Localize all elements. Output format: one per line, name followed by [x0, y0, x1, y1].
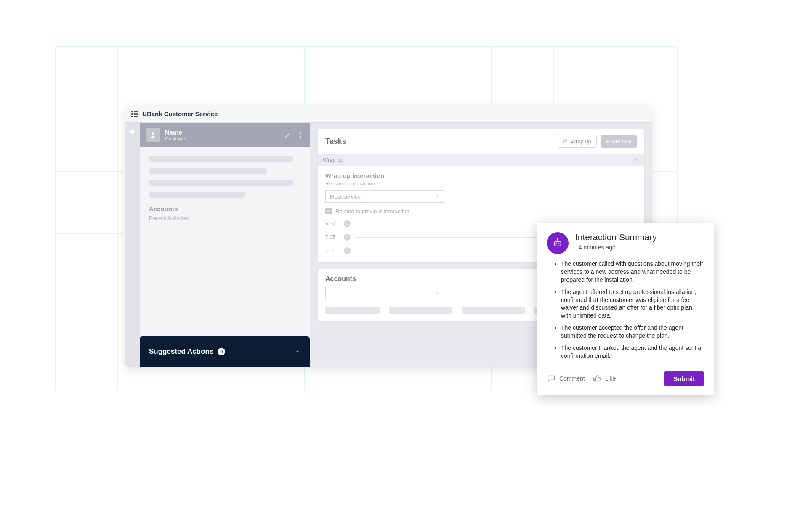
wrap-up-button[interactable]: Wrap up [558, 135, 597, 148]
related-checkbox-row[interactable]: Related to previous interaction [325, 208, 637, 214]
thumbs-up-icon [593, 374, 602, 383]
flag-icon [563, 139, 568, 144]
reason-select[interactable]: Most service [325, 190, 444, 203]
svg-rect-9 [556, 243, 557, 244]
comment-icon [547, 374, 556, 383]
timeline-time: 7:11 [325, 248, 340, 254]
suggested-count-badge: 0 [218, 348, 225, 355]
app-launcher-icon[interactable] [131, 111, 138, 117]
svg-rect-10 [558, 243, 559, 244]
interaction-summary-popup: Interaction Summary 14 minutes ago The c… [537, 223, 714, 395]
reason-value: Most service [330, 193, 361, 200]
placeholder-line [149, 192, 245, 198]
summary-bullet: The customer thanked the agent and the a… [561, 344, 704, 360]
chevron-down-icon[interactable] [634, 157, 639, 162]
add-task-label: + Add task [606, 138, 632, 145]
customer-sidebar: Name Customer Accounts Recent Activities… [140, 123, 310, 367]
suggested-actions-label: Suggested Actions [149, 347, 213, 356]
customer-details-placeholder [140, 147, 310, 198]
popup-header: Interaction Summary 14 minutes ago [547, 232, 704, 254]
suggested-actions-panel[interactable]: Suggested Actions 0 [140, 336, 310, 367]
summary-bullet: The agent offered to set up professional… [561, 288, 704, 320]
add-task-button[interactable]: + Add task [601, 135, 637, 148]
edit-icon[interactable] [284, 132, 291, 138]
svg-point-6 [557, 239, 558, 240]
svg-point-1 [300, 132, 301, 134]
account-select[interactable] [325, 287, 444, 299]
wrap-up-heading: Wrap up interaction [325, 172, 637, 179]
popup-timestamp: 14 minutes ago [575, 244, 657, 251]
submit-label: Submit [673, 375, 695, 382]
customer-header: Name Customer [140, 123, 310, 147]
phone-icon [344, 234, 351, 241]
popup-actions: Comment Like Submit [547, 371, 704, 386]
chevron-up-icon [295, 349, 300, 355]
avatar [146, 128, 160, 142]
phone-icon [344, 220, 351, 227]
tasks-title: Tasks [325, 137, 346, 146]
reason-label: Reason for interaction [325, 181, 637, 187]
phone-icon [344, 247, 351, 254]
summary-bullet: The customer called with questions about… [561, 260, 704, 284]
placeholder-line [462, 307, 525, 314]
chevron-down-icon [435, 194, 439, 199]
svg-point-2 [300, 135, 301, 136]
customer-name-block: Name Customer [165, 129, 187, 142]
svg-point-3 [300, 136, 301, 138]
checkbox-checked-icon [325, 208, 332, 214]
placeholder-line [389, 307, 452, 314]
comment-label: Comment [559, 375, 585, 382]
svg-point-0 [152, 132, 154, 135]
person-icon [149, 131, 157, 139]
submit-button[interactable]: Submit [664, 371, 704, 386]
left-rail [125, 123, 140, 367]
more-icon[interactable] [297, 132, 304, 138]
app-title: UBank Customer Service [142, 110, 218, 117]
summary-list: The customer called with questions about… [547, 260, 704, 360]
tab-wrap-up[interactable]: Wrap up [323, 157, 343, 163]
related-label: Related to previous interaction [335, 208, 409, 214]
svg-rect-4 [555, 242, 561, 246]
like-button[interactable]: Like [593, 374, 616, 383]
wrap-up-label: Wrap up [571, 138, 591, 145]
placeholder-line [149, 168, 267, 174]
placeholder-line [149, 180, 293, 186]
accounts-section-label: Accounts [140, 198, 310, 215]
recent-activities-label[interactable]: Recent Activities [140, 215, 310, 221]
task-tab-bar: Wrap up [318, 154, 644, 166]
placeholder-line [149, 156, 293, 162]
title-bar: UBank Customer Service [125, 105, 652, 123]
summary-bullet: The customer accepted the offer and the … [561, 324, 704, 340]
robot-icon [547, 232, 569, 254]
like-label: Like [605, 375, 616, 382]
customer-name: Name [165, 129, 187, 136]
timeline-time: 6:57 [325, 221, 340, 227]
chevron-down-icon [435, 291, 439, 295]
customer-role: Customer [165, 136, 187, 142]
placeholder-line [325, 307, 380, 314]
comment-button[interactable]: Comment [547, 374, 585, 383]
timeline-time: 7:05 [325, 234, 340, 240]
popup-title: Interaction Summary [575, 232, 657, 242]
tasks-header: Tasks Wrap up + Add task [318, 129, 644, 154]
home-icon[interactable] [129, 128, 136, 135]
